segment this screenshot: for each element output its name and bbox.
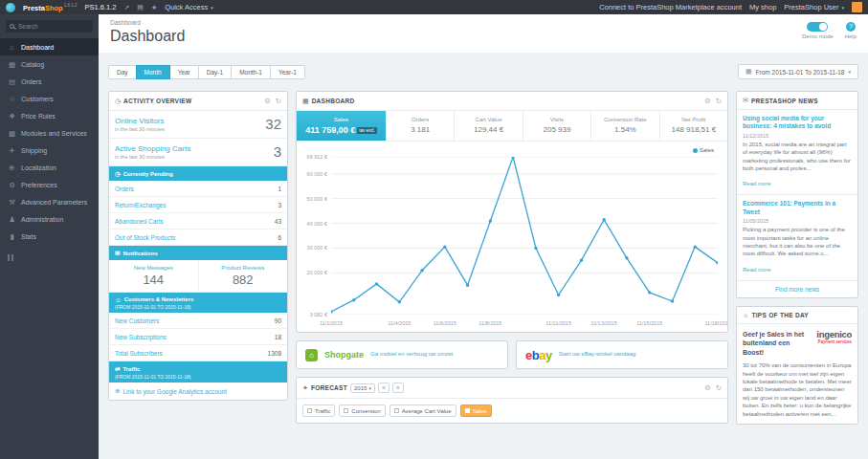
refresh-icon[interactable]: ↻ (276, 97, 281, 105)
x-tick-label: 11/11/2015 (545, 320, 571, 326)
kpi-sales[interactable]: Sales411 759,00 €tax excl. (297, 111, 387, 141)
activity-row-link[interactable]: Return/Exchanges (115, 202, 166, 208)
forecast-next-button[interactable]: » (392, 382, 404, 393)
activity-row-link[interactable]: Abandoned Carts (115, 218, 164, 225)
activity-row-link[interactable]: New Customers (115, 317, 159, 324)
user-menu[interactable]: PrestaShop User▾ (784, 3, 844, 11)
tab-month[interactable]: Month (136, 65, 170, 79)
sidebar-item-modules-and-services[interactable]: ▩Modules and Services (0, 124, 99, 142)
kpi-visits[interactable]: Visits205 939 (523, 111, 591, 141)
customers-subtitle: (FROM 2015-11-01 TO 2015-11-18) (115, 304, 281, 310)
tab-year[interactable]: Year (169, 65, 199, 79)
search-input[interactable] (18, 23, 89, 30)
sidebar-item-advanced-parameters[interactable]: ⚒Advanced Parameters (0, 193, 99, 210)
sidebar-item-catalog[interactable]: ▦Catalog (0, 55, 99, 73)
active-carts-block: Active Shopping Carts in the last 30 min… (109, 139, 287, 166)
ebay-ad-link[interactable]: Start uw eBay-winkel vandaag (559, 351, 636, 359)
module-ads-row: ⌂ Shopgate Ga mobiel en verhoog uw omzet… (296, 340, 728, 369)
link-icon: ⊕ (115, 387, 120, 395)
breadcrumb: Dashboard (110, 19, 185, 26)
news-article-title[interactable]: Using social media for your business: 4 … (743, 115, 852, 131)
read-more-link[interactable]: Read more (743, 181, 771, 186)
refresh-icon[interactable]: ↻ (716, 97, 722, 105)
panel-actions: ⚙↻ (704, 383, 722, 392)
kpi-conversion-rate[interactable]: Conversion Rate1.54% (591, 111, 659, 141)
google-analytics-link[interactable]: ⊕Link to your Google Analytics account (109, 382, 287, 400)
panel-title: Forecast (311, 384, 347, 391)
activity-row-link[interactable]: Out of Stock Products (115, 234, 175, 241)
news-article-title[interactable]: Ecommerce 101: Payments in a Tweet (743, 200, 852, 216)
tab-month-1[interactable]: Month-1 (231, 65, 271, 79)
shop-name[interactable]: PS1.6.1.2 (84, 3, 116, 11)
tab-day-1[interactable]: Day-1 (198, 65, 232, 79)
forecast-prev-button[interactable]: « (378, 382, 389, 393)
y-tick-label: 3 082 € (310, 312, 327, 317)
news-article-date: 11/12/2015 (743, 133, 852, 139)
activity-row-value: 1 (278, 186, 281, 192)
chart-legend[interactable]: Sales (693, 147, 714, 153)
kpi-cart-value[interactable]: Cart Value129,44 € (455, 111, 523, 141)
read-more-link[interactable]: Read more (743, 267, 771, 273)
sidebar-item-stats[interactable]: ▮Stats (0, 228, 99, 245)
quick-access-menu[interactable]: Quick Access▾ (165, 3, 213, 11)
my-shop-link[interactable]: My shop (749, 3, 776, 11)
gear-icon[interactable]: ⚙ (264, 97, 271, 105)
sidebar-item-customers[interactable]: ☺Customers (0, 90, 99, 107)
help-label[interactable]: Help (845, 33, 857, 39)
active-carts-link[interactable]: Active Shopping Carts (115, 144, 190, 153)
tab-year-1[interactable]: Year-1 (270, 65, 305, 79)
shopgate-ad-link[interactable]: Ga mobiel en verhoog uw omzet (370, 351, 453, 359)
online-visitors-link[interactable]: Online Visitors (115, 117, 165, 125)
orders-shortcut-icon[interactable]: ▤ (137, 4, 144, 11)
activity-row-link[interactable]: Orders (115, 186, 134, 192)
user-avatar[interactable] (852, 2, 862, 12)
gear-icon[interactable]: ⚙ (704, 383, 711, 392)
tips-panel: ☼ Tips of the day Geef je Sales in het b… (736, 306, 858, 425)
sidebar-item-price-rules[interactable]: ❖Price Rules (0, 107, 99, 124)
stats-icon: ▮ (8, 232, 16, 241)
sidebar-item-preferences[interactable]: ⚙Preferences (0, 176, 99, 193)
tab-day[interactable]: Day (108, 65, 137, 79)
view-shop-icon[interactable]: ↗ (123, 4, 129, 11)
sidebar-item-dashboard[interactable]: ⌂Dashboard (0, 38, 99, 55)
date-range-button[interactable]: ▦ From 2015-11-01 To 2015-11-18 ▾ (738, 64, 858, 79)
legend-dot-icon (693, 148, 698, 153)
activity-row-value: 3 (278, 202, 281, 208)
forecast-year-select[interactable]: 2015▾ (350, 383, 375, 393)
news-article-excerpt: Picking a payment provider is one of the… (743, 226, 852, 258)
forecast-metric-conversion[interactable]: Conversion (339, 404, 385, 417)
sidebar-item-localization[interactable]: ⊕Localization (0, 159, 99, 176)
sidebar-collapse-button[interactable] (8, 254, 91, 261)
brand[interactable]: PrestaShop1.6.1.2 (23, 3, 77, 12)
forecast-metric-average-cart-value[interactable]: Average Cart Value (389, 404, 456, 417)
sidebar-item-label: Orders (21, 78, 41, 85)
demo-mode-toggle[interactable] (807, 22, 828, 32)
sidebar-item-shipping[interactable]: ✈Shipping (0, 142, 99, 159)
kpi-net-profit[interactable]: Net Profit148 918,51 € (660, 111, 727, 141)
activity-row-link[interactable]: New Subscriptions (115, 334, 167, 340)
news-article-excerpt: In 2015, social media are an integral pa… (743, 141, 852, 173)
find-more-news-link[interactable]: Find more news (737, 281, 857, 297)
brand-shop: Shop (45, 3, 63, 11)
checkbox-icon (307, 408, 312, 413)
kpi-orders[interactable]: Orders3 181 (387, 111, 455, 141)
forecast-metric-sales[interactable]: Sales (460, 404, 492, 417)
refresh-icon[interactable]: ↻ (716, 383, 722, 392)
kpi-value: 3 181 (389, 125, 451, 134)
sidebar-item-orders[interactable]: ▤Orders (0, 73, 99, 90)
gear-icon[interactable]: ⚙ (704, 97, 711, 105)
help-icon[interactable]: ? (846, 22, 856, 32)
online-visitors-block: Online Visitors in the last 30 minutes 3… (109, 111, 287, 139)
notification-cell-product-reviews[interactable]: Product Reviews882 (199, 260, 288, 292)
notification-cell-new-messages[interactable]: New Messages144 (109, 260, 199, 292)
sidebar-item-administration[interactable]: ♟Administration (0, 210, 99, 228)
favorites-icon[interactable]: ★ (151, 4, 157, 11)
activity-row-link[interactable]: Total Subscribers (115, 350, 163, 357)
prestashop-logo-icon[interactable] (6, 3, 15, 12)
customers-icon: ☺ (115, 296, 122, 303)
chart-x-labels: 11/1/201511/4/201511/6/201511/8/201511/1… (331, 318, 718, 328)
forecast-metric-traffic[interactable]: Traffic (302, 404, 335, 417)
topbar-left: PrestaShop1.6.1.2 PS1.6.1.2 ↗ ▤ ★ Quick … (6, 3, 213, 12)
customers-section-header: ☺Customers & Newsletters (FROM 2015-11-0… (109, 293, 287, 313)
marketplace-connect-link[interactable]: Connect to PrestaShop Marketplace accoun… (599, 3, 742, 11)
